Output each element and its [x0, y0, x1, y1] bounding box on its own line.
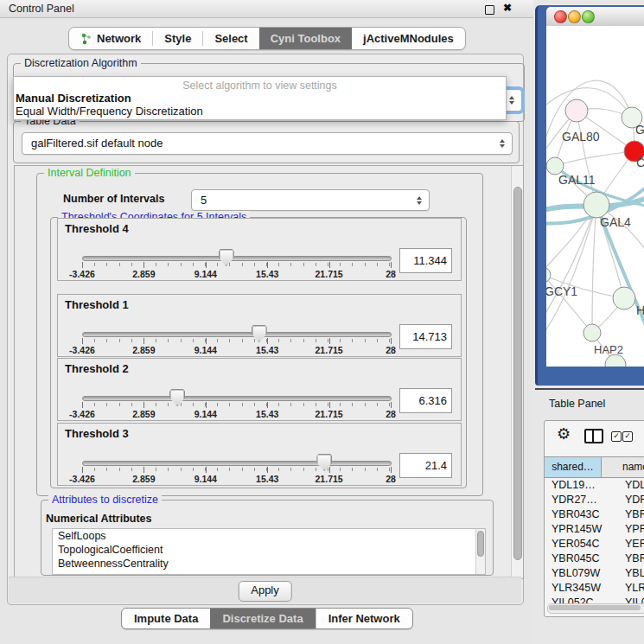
network-edge [555, 151, 634, 166]
table-data-combobox[interactable]: galFiltered.sif default node [22, 132, 513, 155]
network-node[interactable] [546, 267, 551, 283]
network-node[interactable] [583, 192, 609, 218]
bottom-tabbar: Impute Data Discretize Data Infer Networ… [121, 608, 413, 629]
attribute-list-item[interactable]: TopologicalCoefficient [53, 543, 485, 557]
numerical-attributes-list[interactable]: SelfLoopsTopologicalCoefficientBetweenne… [52, 528, 486, 575]
apply-button[interactable]: Apply [238, 581, 292, 602]
tab-impute-data[interactable]: Impute Data [122, 609, 210, 628]
tab-select[interactable]: Select [203, 28, 258, 49]
minimize-traffic-light[interactable] [568, 10, 581, 23]
network-node[interactable] [546, 157, 564, 175]
table-row[interactable]: YDL19…YDL19 [545, 478, 644, 493]
table-row[interactable]: YBL079WYBL079W [545, 566, 644, 581]
slider-tick-scale: -3.4262.8599.14415.4321.71528 [82, 402, 391, 421]
threshold-panel-2: Threshold 2 -3.4262.8599.14415.4321.7152… [57, 358, 462, 421]
threshold-label: Threshold 1 [65, 298, 129, 311]
dropdown-item-manual[interactable]: Manual Discretization [14, 92, 506, 105]
threshold-value-field[interactable]: 11.344 [399, 248, 452, 273]
table-row[interactable]: YBR043CYBR043C [545, 507, 644, 522]
group-title: Discretization Algorithm [21, 57, 141, 69]
network-canvas[interactable]: GAL80GACGAL11GAL4GCY1HHAP2 [546, 26, 644, 367]
threshold-slider-track[interactable] [82, 332, 392, 337]
top-tabbar: Network Style Select Cyni Toolbox jActiv… [68, 27, 466, 50]
float-window-icon[interactable] [485, 5, 494, 15]
tab-network[interactable]: Network [69, 28, 152, 49]
threshold-label: Threshold 3 [65, 427, 129, 440]
numerical-attributes-label: Numerical Attributes [46, 513, 151, 525]
panel-title: Control Panel [9, 3, 74, 15]
interval-definition-group: Interval Definition Number of Intervals … [36, 173, 483, 496]
zoom-traffic-light[interactable] [582, 10, 595, 23]
combo-stepper-icon [417, 196, 422, 205]
network-node[interactable] [605, 354, 626, 367]
group-title: Attributes to discretize [48, 494, 162, 506]
column-header-name[interactable]: name [602, 457, 644, 477]
gear-icon[interactable]: ⚙ [557, 424, 571, 443]
threshold-value-field[interactable]: 21.4 [399, 453, 452, 478]
tab-style[interactable]: Style [153, 28, 202, 49]
threshold-slider-track[interactable] [82, 396, 392, 401]
table-rows: YDL19…YDL19YDR27…YDR27YBR043CYBR043CYPR1… [545, 478, 644, 610]
cyni-toolbox-panel: Discretization Algorithm Select algorith… [7, 54, 524, 605]
slider-tick-scale: -3.4262.8599.14415.4321.71528 [82, 338, 391, 357]
list-scrollbar[interactable] [475, 529, 485, 574]
table-row[interactable]: YBR045CYBR045C [545, 552, 644, 566]
table-data-group: Table Data galFiltered.sif default node [13, 121, 520, 163]
table-horizontal-scrollbar[interactable] [547, 603, 644, 614]
threshold-slider-track[interactable] [82, 256, 392, 261]
network-canvas-svg[interactable]: GAL80GACGAL11GAL4GCY1HHAP2 [546, 26, 644, 367]
tab-infer-network[interactable]: Infer Network [316, 609, 412, 628]
threshold-panel-3: Threshold 3 -3.4262.8599.14415.4321.7152… [57, 423, 462, 486]
panel-splitter[interactable] [535, 388, 644, 390]
threshold-slider-track[interactable] [82, 461, 392, 466]
close-icon[interactable]: ✖ [503, 2, 512, 14]
slider-tick-scale: -3.4262.8599.14415.4321.71528 [82, 467, 391, 486]
tab-label: Style [164, 32, 191, 45]
combo-stepper-icon [509, 96, 514, 105]
column-header-shared-name[interactable]: shared… [545, 457, 602, 477]
threshold-value-field[interactable]: 14.713 [399, 324, 452, 349]
threshold-panel-1: Threshold 1 -3.4262.8599.14415.4321.7152… [57, 294, 462, 357]
network-node[interactable] [565, 99, 588, 122]
attribute-list-item[interactable]: SelfLoops [53, 529, 485, 543]
control-panel-titlebar: Control Panel [0, 0, 533, 18]
algorithm-dropdown-popup: Select algorithm to view settings Manual… [13, 76, 507, 120]
table-panel-title: Table Panel [549, 398, 605, 410]
network-window-titlebar[interactable] [546, 7, 644, 27]
threshold-value-field[interactable]: 6.316 [399, 388, 452, 413]
tab-cyni-toolbox[interactable]: Cyni Toolbox [259, 28, 352, 49]
checkbox-icon[interactable]: ✓ [622, 431, 633, 442]
settings-scrollpane: Interval Definition Number of Intervals … [14, 165, 524, 579]
network-view-window: GAL80GACGAL11GAL4GCY1HHAP2 [535, 5, 644, 386]
panel-scrollbar[interactable] [511, 166, 523, 577]
dropdown-item-equal-width[interactable]: Equal Width/Frequency Discretization [14, 105, 506, 118]
attribute-list-item[interactable]: BetweennessCentrality [53, 557, 485, 571]
dropdown-hint: Select algorithm to view settings [14, 80, 506, 92]
network-node-label: GAL11 [558, 173, 596, 187]
apply-strip: Apply [9, 577, 521, 603]
close-traffic-light[interactable] [554, 10, 567, 23]
table-row[interactable]: YER054CYER054C [545, 537, 644, 552]
table-row[interactable]: YPR145WYPR145W [545, 522, 644, 537]
network-icon [80, 33, 92, 45]
table-row[interactable]: YLR345WYLR345W [545, 581, 644, 596]
network-node-label: GCY1 [546, 284, 577, 298]
combo-value: galFiltered.sif default node [31, 137, 163, 150]
tab-label: jActiveMNodules [363, 32, 454, 45]
checkbox-icon[interactable]: ✓ [611, 431, 622, 442]
table-row[interactable]: YDR27…YDR27 [545, 493, 644, 507]
network-node-label: GAL4 [600, 215, 631, 229]
network-node[interactable] [613, 287, 635, 309]
columns-icon[interactable] [584, 429, 603, 443]
number-of-intervals-combobox[interactable]: 5 [191, 189, 430, 211]
number-of-intervals-label: Number of Intervals [63, 193, 164, 205]
threshold-label: Threshold 4 [65, 222, 129, 235]
tab-discretize-data[interactable]: Discretize Data [210, 609, 315, 628]
network-node-label: GAL80 [562, 130, 600, 143]
group-title: Interval Definition [44, 167, 135, 179]
combo-stepper-icon [500, 139, 505, 148]
tab-jactivemnodules[interactable]: jActiveMNodules [352, 28, 465, 49]
network-node-label: C [636, 156, 644, 169]
network-node-label: H [636, 303, 644, 317]
network-node[interactable] [583, 324, 601, 341]
